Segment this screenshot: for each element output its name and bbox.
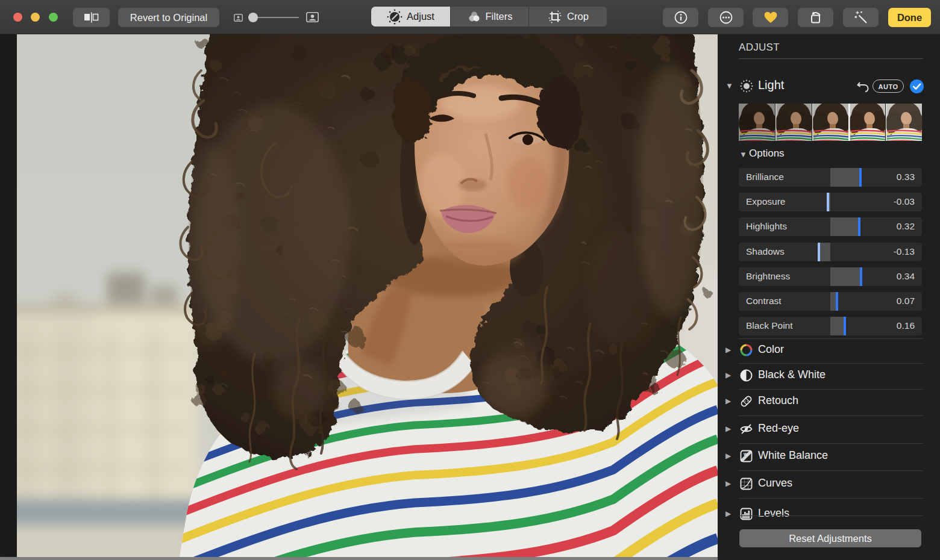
svg-text:B: B bbox=[747, 457, 750, 461]
svg-text:W: W bbox=[744, 452, 748, 456]
